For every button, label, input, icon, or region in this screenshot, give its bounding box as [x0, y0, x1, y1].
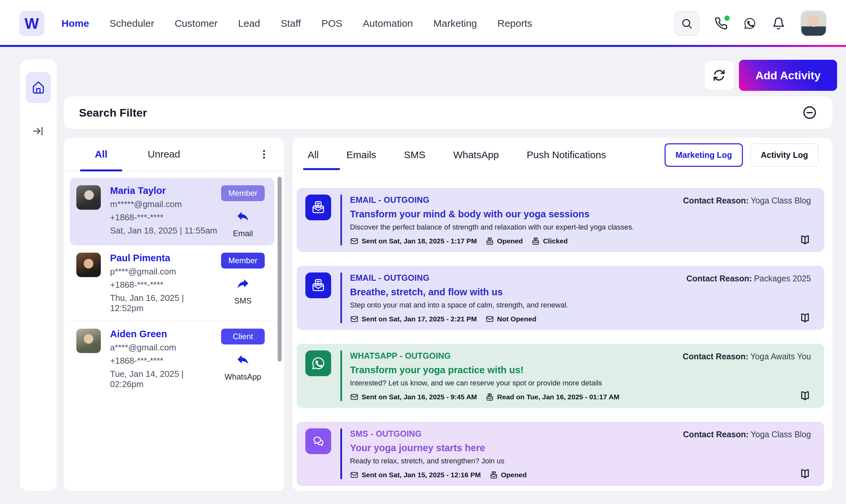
- log-entry-email-1[interactable]: EMAIL - OUTGOING Transform your mind & b…: [297, 188, 824, 252]
- avatar: [76, 253, 101, 277]
- minus-circle-icon[interactable]: [802, 105, 817, 120]
- meta-text: Read on Tue, Jan 16, 2025 - 01:17 AM: [497, 393, 619, 401]
- mail-open-icon: [490, 471, 498, 479]
- search-icon: [681, 18, 693, 30]
- entry-type: EMAIL - OUTGOING: [350, 273, 568, 283]
- user-avatar[interactable]: [800, 10, 827, 37]
- contact-card-aiden[interactable]: Aiden Green a****@gmail.com +1868-***-**…: [70, 321, 274, 397]
- mail-icon: [350, 471, 358, 479]
- meta-text: Opened: [501, 471, 527, 479]
- contact-reason-value: Yoga Awaits You: [750, 352, 811, 361]
- nav-item-scheduler[interactable]: Scheduler: [109, 18, 154, 29]
- activity-log-button[interactable]: Activity Log: [750, 143, 818, 167]
- avatar: [76, 185, 101, 210]
- add-activity-button[interactable]: Add Activity: [739, 60, 837, 91]
- contact-list: Maria Taylor m*****@gmail.com +1868-***-…: [64, 172, 284, 397]
- entry-body: Interested? Let us know, and we can rese…: [350, 379, 619, 388]
- meta-text: Sent on Sat, Jan 17, 2025 - 2:21 PM: [362, 315, 477, 323]
- contact-reason-label: Contact Reason:: [683, 196, 749, 205]
- nav-item-automation[interactable]: Automation: [363, 18, 413, 29]
- entry-content: SMS - OUTGOING Your yoga journey starts …: [350, 428, 527, 479]
- inbox-panel: All Unread Maria Taylor m*****@gmail.com…: [64, 138, 284, 491]
- status-badge: Client: [221, 329, 265, 344]
- scrollbar[interactable]: [278, 177, 282, 362]
- nav-right-icons: [674, 10, 827, 37]
- entry-subject: Breathe, stretch, and flow with us: [350, 287, 568, 298]
- nav-item-reports[interactable]: Reports: [497, 18, 532, 29]
- contact-channel-label: WhatsApp: [225, 372, 261, 381]
- home-icon: [32, 81, 45, 94]
- contact-reason-label: Contact Reason:: [686, 274, 752, 283]
- contact-card-maria[interactable]: Maria Taylor m*****@gmail.com +1868-***-…: [70, 178, 274, 246]
- contact-reason-value: Yoga Class Blog: [751, 196, 811, 205]
- entry-body: Step onto your mat and into a space of c…: [350, 301, 568, 309]
- contact-reason-value: Packages 2025: [754, 274, 811, 283]
- nav-item-customer[interactable]: Customer: [175, 18, 217, 29]
- log-entries: EMAIL - OUTGOING Transform your mind & b…: [293, 172, 832, 486]
- contact-phone: +1868-***-****: [110, 280, 218, 290]
- contact-email: m*****@gmail.com: [110, 199, 218, 210]
- contact-card-paul[interactable]: Paul Pimenta p****@gmail.com +1868-***-*…: [70, 246, 274, 321]
- online-status-dot: [724, 16, 730, 21]
- contact-email: a****@gmail.com: [110, 342, 218, 353]
- contact-datetime: Sat, Jan 18, 2025 | 11:55am: [110, 226, 218, 236]
- open-book-icon[interactable]: [798, 234, 812, 247]
- mail-open-icon: [486, 393, 494, 401]
- contact-reason: Contact Reason:Packages 2025: [686, 274, 811, 283]
- tab-unread[interactable]: Unread: [133, 138, 195, 171]
- nav-item-lead[interactable]: Lead: [238, 18, 260, 29]
- meta-sent: Sent on Sat, Jan 17, 2025 - 2:21 PM: [350, 315, 477, 323]
- log-entry-email-2[interactable]: EMAIL - OUTGOING Breathe, stretch, and f…: [297, 266, 824, 330]
- nav-item-pos[interactable]: POS: [321, 18, 342, 29]
- nav-item-staff[interactable]: Staff: [281, 18, 301, 29]
- meta-read: Read on Tue, Jan 16, 2025 - 01:17 AM: [486, 393, 619, 401]
- open-book-icon[interactable]: [798, 467, 812, 481]
- contact-side: Member Email: [218, 185, 268, 238]
- entry-subject: Transform your yoga practice with us!: [350, 365, 619, 376]
- tab-sms[interactable]: SMS: [404, 138, 425, 172]
- meta-not-opened: Not Opened: [486, 315, 536, 323]
- reply-arrow-icon: [235, 209, 250, 223]
- tab-all-contacts[interactable]: All: [70, 138, 133, 171]
- open-book-icon[interactable]: [798, 390, 812, 402]
- contact-name: Maria Taylor: [110, 185, 218, 196]
- phone-icon[interactable]: [715, 17, 728, 30]
- mail-open-icon: [486, 237, 494, 246]
- reply-arrow-icon: [235, 352, 250, 367]
- refresh-button[interactable]: [705, 61, 734, 90]
- contact-email: p****@gmail.com: [110, 267, 218, 277]
- contact-phone: +1868-***-****: [110, 212, 218, 222]
- tab-whatsapp[interactable]: WhatsApp: [453, 138, 499, 172]
- meta-text: Sent on Sat, Jan 15, 2025 - 12:16 PM: [362, 471, 481, 479]
- entry-accent-bar: [340, 195, 342, 246]
- left-sidebar: [20, 59, 57, 491]
- nav-item-marketing[interactable]: Marketing: [434, 18, 477, 29]
- tab-all[interactable]: All: [308, 138, 319, 172]
- log-entry-sms[interactable]: SMS - OUTGOING Your yoga journey starts …: [297, 422, 824, 486]
- meta-opened: Opened: [486, 237, 523, 246]
- tab-emails[interactable]: Emails: [346, 138, 376, 172]
- entry-type: WHATSAPP - OUTGOING: [350, 351, 619, 361]
- log-entry-whatsapp[interactable]: WHATSAPP - OUTGOING Transform your yoga …: [297, 344, 824, 408]
- contact-reason: Contact Reason:Yoga Class Blog: [683, 430, 811, 439]
- tab-push-notifications[interactable]: Push Notifications: [527, 138, 606, 172]
- sidebar-item-home[interactable]: [26, 72, 51, 103]
- forward-arrow-icon: [235, 276, 250, 291]
- bell-icon[interactable]: [772, 17, 785, 30]
- contact-info: Paul Pimenta p****@gmail.com +1868-***-*…: [110, 253, 218, 313]
- search-button[interactable]: [674, 11, 699, 36]
- mail-icon: [350, 315, 358, 323]
- open-book-icon[interactable]: [798, 311, 812, 325]
- contact-reason: Contact Reason:Yoga Awaits You: [683, 352, 811, 361]
- mail-open-icon: [531, 237, 540, 246]
- entry-type: SMS - OUTGOING: [350, 429, 527, 438]
- search-filter-bar[interactable]: Search Filter: [64, 96, 832, 129]
- sidebar-expand-button[interactable]: [32, 125, 45, 138]
- whatsapp-icon[interactable]: [743, 17, 757, 30]
- app-logo[interactable]: W: [19, 11, 44, 36]
- nav-item-home[interactable]: Home: [61, 18, 89, 29]
- kebab-icon[interactable]: [256, 146, 272, 162]
- entry-meta: Sent on Sat, Jan 18, 2025 - 1:17 PM Open…: [350, 237, 634, 246]
- marketing-log-button[interactable]: Marketing Log: [665, 143, 743, 167]
- meta-opened: Opened: [490, 471, 527, 479]
